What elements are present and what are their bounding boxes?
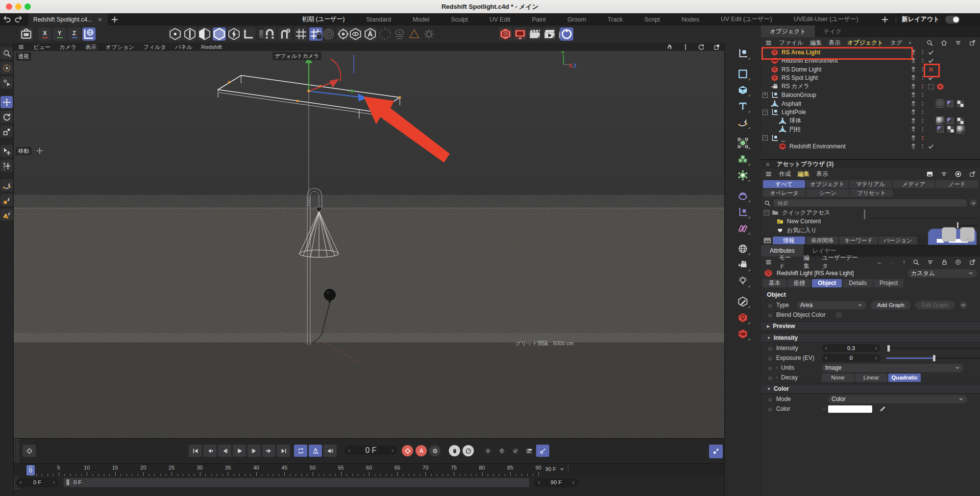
visibility-dots-icon[interactable] bbox=[920, 83, 926, 91]
pen-spline-tool-button[interactable] bbox=[0, 179, 13, 191]
create-environment-button[interactable] bbox=[735, 241, 751, 256]
tab-project[interactable]: Project bbox=[874, 279, 904, 287]
key-filter-button[interactable] bbox=[536, 445, 549, 457]
texture-mode-button[interactable] bbox=[227, 27, 241, 41]
disabled-x-icon[interactable] bbox=[927, 66, 935, 73]
box-select-tool-button[interactable] bbox=[20, 27, 33, 41]
close-document-icon[interactable] bbox=[97, 17, 103, 23]
units-dropdown[interactable]: Image bbox=[822, 364, 964, 372]
object-name[interactable]: BaloonGroup bbox=[782, 92, 816, 98]
visibility-dots-icon[interactable] bbox=[920, 57, 926, 65]
layout-tab-8[interactable]: Script bbox=[644, 16, 660, 23]
render-view-button[interactable] bbox=[528, 27, 541, 41]
intensity-slider[interactable] bbox=[886, 348, 980, 349]
undo-icon[interactable] bbox=[2, 15, 12, 24]
axis-x-button[interactable]: X bbox=[38, 27, 51, 41]
interactive-render-button[interactable] bbox=[560, 27, 573, 41]
exposure-stepper[interactable]: ‹0› bbox=[822, 354, 881, 362]
filter-presets[interactable]: プリセット bbox=[850, 189, 893, 197]
move-tool-button[interactable] bbox=[0, 96, 13, 108]
lock-icon[interactable] bbox=[941, 259, 948, 266]
om-menu-view[interactable]: 表示 bbox=[829, 39, 840, 47]
layer-icon[interactable] bbox=[909, 117, 918, 125]
layer-icon[interactable] bbox=[909, 134, 918, 142]
visibility-dots-icon[interactable] bbox=[920, 48, 926, 56]
camera-label[interactable]: デフォルトカメラ bbox=[272, 52, 321, 60]
layout-tab-5[interactable]: Paint bbox=[532, 16, 546, 23]
cursor-move-tool-button[interactable] bbox=[0, 145, 13, 157]
expand-toggle[interactable]: − bbox=[762, 110, 768, 115]
pen-square-tool-button[interactable] bbox=[0, 194, 13, 206]
filter-all[interactable]: すべて bbox=[763, 180, 805, 188]
pan-view-icon[interactable] bbox=[666, 44, 673, 50]
object-row-redshift-environment[interactable]: Redshift Environment bbox=[761, 57, 980, 66]
blend-checkbox[interactable] bbox=[835, 311, 842, 319]
layout-tab-1[interactable]: Standard bbox=[366, 16, 391, 23]
snap-button[interactable] bbox=[263, 27, 276, 41]
phong-tag-icon[interactable] bbox=[936, 125, 944, 133]
tab-objects[interactable]: オブジェクト bbox=[761, 25, 815, 37]
preview-section[interactable]: ▶Preview bbox=[761, 321, 980, 331]
loop-playback-button[interactable] bbox=[294, 445, 307, 457]
layer-icon[interactable] bbox=[909, 100, 918, 108]
ab-popout-icon[interactable] bbox=[969, 170, 976, 178]
tab-details[interactable]: Details bbox=[843, 279, 873, 287]
object-row-球体[interactable]: 球体 bbox=[761, 117, 980, 125]
object-row-rs-spot-light[interactable]: RS Spot Light bbox=[761, 74, 980, 83]
enabled-check-icon[interactable] bbox=[927, 142, 935, 150]
type-dropdown[interactable]: Area bbox=[797, 301, 866, 309]
viewport-menu-display[interactable]: 表示 bbox=[85, 44, 97, 51]
at-popout-icon[interactable] bbox=[969, 259, 976, 266]
object-row-rs-カメラ[interactable]: RS カメラ bbox=[761, 82, 980, 91]
next-frame-button[interactable] bbox=[247, 445, 261, 457]
om-filter-icon[interactable] bbox=[955, 39, 962, 47]
ab-record-icon[interactable] bbox=[955, 170, 962, 178]
layout-tab-4[interactable]: UV Edit bbox=[490, 16, 510, 23]
layout-tab-6[interactable]: Groom bbox=[567, 16, 586, 23]
ab-menu-icon[interactable] bbox=[765, 170, 772, 178]
color-section[interactable]: ▼Color bbox=[761, 384, 980, 394]
create-null-object-button[interactable] bbox=[735, 46, 751, 61]
new-document-tab-button[interactable] bbox=[110, 15, 120, 24]
create-instance-button[interactable] bbox=[735, 205, 751, 219]
om-menu-file[interactable]: ファイル bbox=[779, 39, 803, 47]
material-thumbnail[interactable] bbox=[957, 126, 964, 133]
forward-icon[interactable]: → bbox=[890, 259, 896, 265]
layer-icon[interactable] bbox=[909, 74, 918, 82]
object-row-lightpole[interactable]: −LightPole bbox=[761, 108, 980, 117]
record-keyframe-button[interactable] bbox=[402, 445, 413, 456]
axis-z-button[interactable]: Z bbox=[68, 27, 81, 41]
ab-menu-view[interactable]: 表示 bbox=[816, 170, 828, 178]
autokey-button[interactable] bbox=[416, 445, 427, 456]
viewport-menu-panel[interactable]: パネル bbox=[175, 44, 192, 51]
quantize-button[interactable] bbox=[309, 27, 322, 41]
object-name[interactable]: RS カメラ bbox=[782, 82, 809, 91]
layer-icon[interactable] bbox=[909, 125, 918, 133]
intensity-stepper[interactable]: ‹0.3› bbox=[822, 344, 881, 352]
om-menu-icon[interactable] bbox=[765, 39, 772, 47]
axis-y-button[interactable]: Y bbox=[53, 27, 66, 41]
create-redshift-light-button[interactable] bbox=[735, 310, 751, 325]
ab-menu-edit[interactable]: 編集 bbox=[798, 170, 809, 178]
ab-panel-icon[interactable] bbox=[926, 170, 933, 178]
current-frame-field[interactable]: ‹0 F› bbox=[344, 446, 397, 455]
at-filter-icon[interactable] bbox=[927, 259, 934, 266]
material-thumbnail[interactable] bbox=[936, 100, 944, 107]
ab-menu-create[interactable]: 作成 bbox=[779, 170, 791, 178]
create-light-button[interactable] bbox=[735, 274, 751, 288]
tab-object[interactable]: Object bbox=[812, 279, 842, 287]
enabled-check-icon[interactable] bbox=[927, 48, 935, 56]
at-menu-icon[interactable] bbox=[765, 259, 772, 266]
tab-info[interactable]: 情報 bbox=[773, 236, 805, 244]
keyframe-bars-button[interactable] bbox=[309, 445, 322, 457]
visibility-dots-icon[interactable] bbox=[920, 91, 926, 99]
object-name[interactable]: LightPole bbox=[782, 109, 806, 116]
layout-tab-10[interactable]: UV Edit (ユーザー) bbox=[721, 15, 772, 24]
range-end-field[interactable]: ‹90 F› bbox=[534, 478, 578, 487]
viewport-menu-filter[interactable]: フィルタ bbox=[143, 44, 166, 51]
maximize-timeline-button[interactable] bbox=[709, 445, 723, 458]
visibility-dots-icon[interactable] bbox=[920, 134, 926, 142]
render-monitor-button[interactable] bbox=[514, 27, 527, 41]
key-scale-button[interactable] bbox=[509, 445, 522, 457]
range-slider[interactable]: 0 F bbox=[64, 478, 529, 487]
